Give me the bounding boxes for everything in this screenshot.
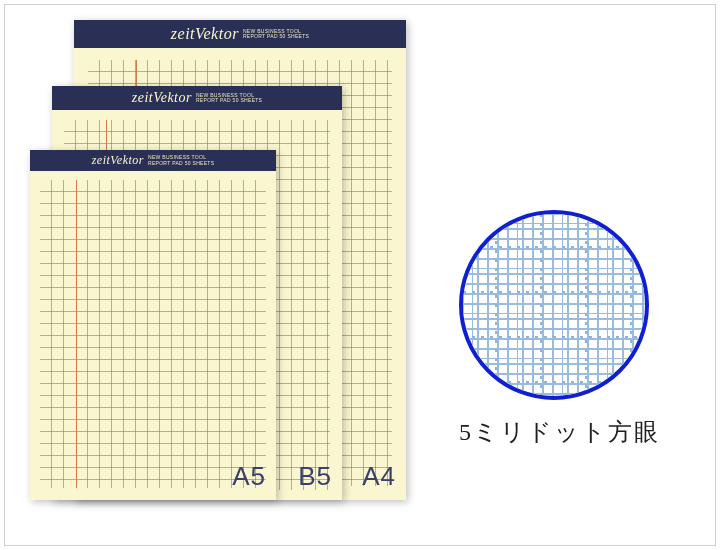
pad-tagline: NEW BUSINESS TOOL REPORT PAD 50 SHEETS — [243, 29, 309, 40]
size-label-b5: B5 — [298, 461, 332, 492]
pad-header: zeitVektor NEW BUSINESS TOOL REPORT PAD … — [30, 150, 276, 171]
brand-logo: zeitVektor — [132, 90, 192, 106]
pad-header: zeitVektor NEW BUSINESS TOOL REPORT PAD … — [52, 86, 342, 110]
size-label-a5: A5 — [232, 461, 266, 492]
pad-tagline: NEW BUSINESS TOOL REPORT PAD 50 SHEETS — [148, 155, 214, 166]
notepad-a5: zeitVektor NEW BUSINESS TOOL REPORT PAD … — [30, 150, 276, 500]
notepad-stack: zeitVektor NEW BUSINESS TOOL REPORT PAD … — [30, 20, 450, 530]
dot-cols — [463, 214, 645, 396]
dot-grid-sample-circle — [459, 210, 649, 400]
brand-logo: zeitVektor — [171, 25, 239, 43]
pattern-swatch: 5ミリドット方眼 — [459, 210, 660, 448]
brand-logo: zeitVektor — [92, 153, 144, 168]
swatch-caption: 5ミリドット方眼 — [459, 416, 660, 448]
size-label-a4: A4 — [362, 461, 396, 492]
pad-grid — [40, 180, 266, 488]
margin-line — [76, 180, 77, 488]
pad-header: zeitVektor NEW BUSINESS TOOL REPORT PAD … — [74, 20, 406, 48]
pad-tagline: NEW BUSINESS TOOL REPORT PAD 50 SHEETS — [196, 93, 262, 104]
